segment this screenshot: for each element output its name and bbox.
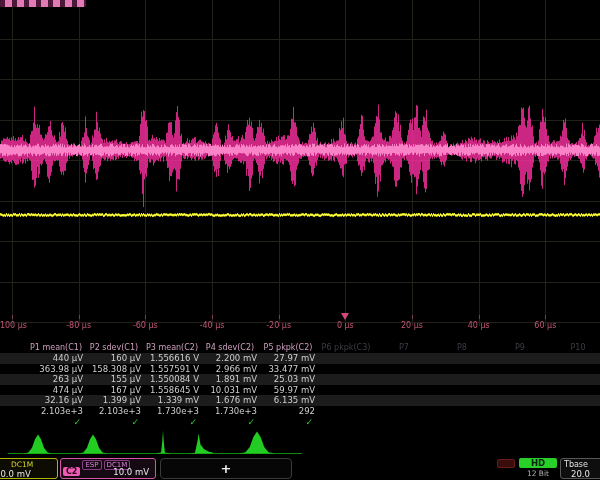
trigger-position-icon[interactable] (341, 313, 349, 320)
param-header[interactable]: P1 mean(C1) (27, 342, 85, 353)
plus-icon[interactable]: + (221, 460, 232, 475)
param-value: 1.676 mV (201, 395, 259, 406)
add-trace-panel[interactable]: + (160, 458, 292, 479)
c2-channel-badge: C2 (63, 467, 80, 476)
param-value (433, 406, 491, 417)
param-value (491, 353, 549, 364)
time-axis-label: -60 µs (133, 321, 158, 330)
param-value (317, 385, 375, 396)
param-value (491, 385, 549, 396)
time-axis-label: 60 µs (534, 321, 556, 330)
param-value (317, 406, 375, 417)
param-value (433, 374, 491, 385)
param-value (433, 364, 491, 375)
param-status-check: ✓ (27, 416, 85, 429)
param-header[interactable]: P3 mean(C2) (143, 342, 201, 353)
param-value (317, 364, 375, 375)
axis-tick (545, 315, 546, 319)
hd-badge[interactable]: HD (519, 458, 557, 468)
channel-c1-descriptor[interactable]: DC1M 10.0 mV (0, 458, 58, 479)
param-value: 27.97 mV (259, 353, 317, 364)
param-value: 1.556616 V (143, 353, 201, 364)
param-value (433, 385, 491, 396)
trace-annotation-badge[interactable] (0, 0, 86, 7)
param-value (317, 374, 375, 385)
histicon[interactable] (23, 435, 53, 454)
param-header[interactable]: P7 (375, 342, 433, 353)
param-value: 2.966 mV (201, 364, 259, 375)
param-value (491, 364, 549, 375)
param-value (317, 353, 375, 364)
axis-tick (145, 315, 146, 319)
param-status-check (549, 416, 600, 429)
histicon[interactable] (155, 431, 171, 454)
hd-bits-label: 12 Bit (519, 469, 557, 478)
param-value: 167 µV (85, 385, 143, 396)
param-value: 10.031 mV (201, 385, 259, 396)
time-axis-label: -20 µs (266, 321, 291, 330)
param-value (433, 395, 491, 406)
param-value: 59.97 mV (259, 385, 317, 396)
param-value: 32.16 µV (27, 395, 85, 406)
param-header[interactable]: P8 (433, 342, 491, 353)
waveform-grid[interactable]: -100 µs-80 µs-60 µs-40 µs-20 µs0 µs20 µs… (0, 0, 600, 336)
axis-tick (79, 315, 80, 319)
measurement-histicons[interactable] (0, 430, 600, 458)
partial-descriptor-box (497, 459, 515, 468)
status-bar: DC1M 10.0 mV C2ESPDC1M 10.0 mV + HD 12 B… (0, 458, 600, 480)
param-value: 1.558645 V (143, 385, 201, 396)
channel-c2-descriptor[interactable]: C2ESPDC1M 10.0 mV (60, 458, 156, 479)
axis-tick (479, 315, 480, 319)
param-value (433, 353, 491, 364)
param-status-check: ✓ (143, 416, 201, 429)
param-status-check: ✓ (259, 416, 317, 429)
measurement-table: P1 mean(C1)P2 sdev(C1)P3 mean(C2)P4 sdev… (0, 342, 600, 429)
oscilloscope-screen: -100 µs-80 µs-60 µs-40 µs-20 µs0 µs20 µs… (0, 0, 600, 480)
param-value: 1.557591 V (143, 364, 201, 375)
time-axis-label: -80 µs (66, 321, 91, 330)
param-value: 33.477 mV (259, 364, 317, 375)
param-value (375, 406, 433, 417)
param-value: 1.730e+3 (143, 406, 201, 417)
param-header[interactable]: P10 (549, 342, 600, 353)
param-header[interactable]: P4 sdev(C2) (201, 342, 259, 353)
param-value: 1.550084 V (143, 374, 201, 385)
timebase-descriptor[interactable]: Tbase 20.0 (560, 458, 600, 479)
histicon[interactable] (189, 434, 213, 454)
param-value: 2.103e+3 (27, 406, 85, 417)
c1-coupling-label: DC1M (11, 460, 33, 469)
c2-esp-tag: ESP (82, 460, 101, 470)
time-axis-label: -100 µs (0, 321, 27, 330)
param-value: 155 µV (85, 374, 143, 385)
c1-scale-value: 10.0 mV (0, 469, 31, 479)
timebase-value: 20.0 (571, 469, 590, 479)
param-value (375, 364, 433, 375)
waveform-canvas (0, 0, 600, 336)
param-value (317, 395, 375, 406)
param-status-check (317, 416, 375, 429)
param-header[interactable]: P2 sdev(C1) (85, 342, 143, 353)
param-value (375, 385, 433, 396)
axis-tick (279, 315, 280, 319)
param-header[interactable]: P9 (491, 342, 549, 353)
param-value (491, 406, 549, 417)
param-header[interactable]: P6 pkpk(C3) (317, 342, 375, 353)
c2-scale-value: 10.0 mV (113, 467, 149, 477)
param-status-check (491, 416, 549, 429)
param-header[interactable]: P5 pkpk(C2) (259, 342, 317, 353)
param-value: 2.103e+3 (85, 406, 143, 417)
hd-mode-descriptor[interactable]: HD 12 Bit (519, 458, 557, 479)
time-axis-label: 40 µs (468, 321, 490, 330)
time-axis-label: 0 µs (337, 321, 354, 330)
histicon[interactable] (78, 435, 108, 454)
param-value: 1.891 mV (201, 374, 259, 385)
param-value (549, 353, 600, 364)
time-axis-label: 20 µs (401, 321, 423, 330)
param-value (549, 406, 600, 417)
axis-tick (212, 315, 213, 319)
histicon[interactable] (239, 432, 275, 454)
param-value: 292 (259, 406, 317, 417)
param-value: 363.98 µV (27, 364, 85, 375)
param-value (549, 395, 600, 406)
timebase-label: Tbase (564, 460, 588, 469)
